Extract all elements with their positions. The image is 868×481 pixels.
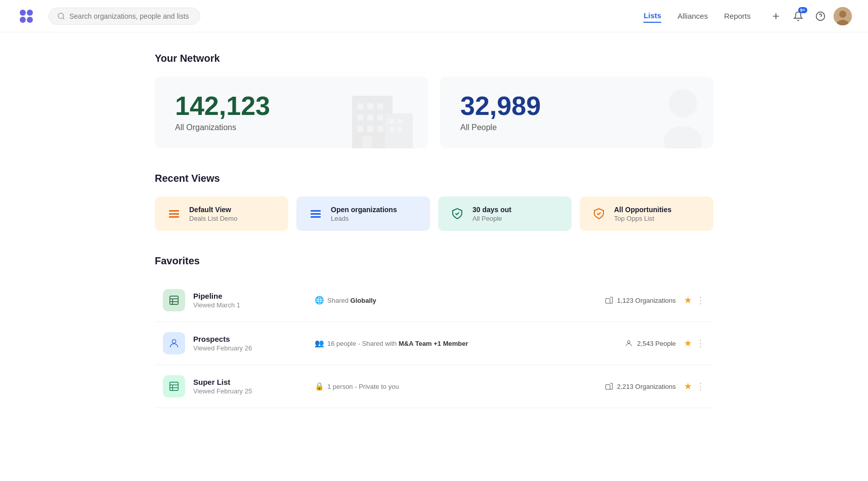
pipeline-name: Pipeline bbox=[193, 292, 294, 300]
svg-point-2 bbox=[20, 17, 26, 23]
org-label: All Organizations bbox=[175, 123, 270, 132]
network-card-org-content: 142,123 All Organizations bbox=[175, 93, 270, 132]
superlist-date: Viewed February 25 bbox=[193, 387, 294, 395]
superlist-actions: ★ ⋮ bbox=[684, 381, 705, 392]
person-icon bbox=[642, 86, 703, 148]
superlist-icon bbox=[163, 375, 185, 397]
org-count-icon bbox=[605, 296, 613, 304]
favorites-section: Favorites Pipeline Viewed March 1 bbox=[155, 255, 713, 408]
superlist-more[interactable]: ⋮ bbox=[696, 381, 705, 392]
svg-point-4 bbox=[58, 13, 64, 19]
svg-rect-14 bbox=[367, 114, 373, 121]
prospects-count-value: 2,543 People bbox=[637, 340, 676, 347]
recent-views-title: Recent Views bbox=[155, 173, 713, 184]
svg-rect-37 bbox=[605, 299, 610, 303]
svg-point-39 bbox=[628, 341, 630, 343]
person-count-icon bbox=[625, 339, 633, 347]
svg-rect-15 bbox=[377, 114, 383, 121]
user-avatar[interactable] bbox=[834, 7, 852, 25]
recent-card-3-icon bbox=[590, 205, 608, 223]
svg-point-3 bbox=[27, 17, 33, 23]
main-content: Your Network 142,123 All Organizations bbox=[131, 32, 737, 428]
network-card-people-content: 32,989 All People bbox=[460, 93, 541, 132]
recent-card-0-title: Default View bbox=[189, 206, 237, 214]
prospects-shared: 👥 16 people - Shared with M&A Team +1 Me… bbox=[294, 339, 593, 348]
recent-card-1[interactable]: Open organizations Leads bbox=[296, 196, 430, 231]
search-bar[interactable] bbox=[49, 8, 200, 25]
superlist-star[interactable]: ★ bbox=[684, 381, 692, 392]
recent-card-0-subtitle: Deals List Demo bbox=[189, 215, 237, 222]
prospects-more[interactable]: ⋮ bbox=[696, 338, 705, 349]
network-cards: 142,123 All Organizations bbox=[155, 76, 713, 148]
svg-rect-23 bbox=[389, 127, 394, 132]
svg-rect-18 bbox=[377, 126, 383, 132]
prospects-shared-scope: M&A Team +1 Member bbox=[399, 340, 468, 347]
svg-rect-22 bbox=[398, 119, 402, 124]
prospects-date: Viewed February 26 bbox=[193, 344, 294, 352]
prospects-actions: ★ ⋮ bbox=[684, 338, 705, 349]
svg-rect-40 bbox=[170, 382, 179, 391]
add-button[interactable] bbox=[767, 7, 785, 25]
svg-point-26 bbox=[664, 126, 702, 148]
pipeline-count-value: 1,123 Organizations bbox=[617, 297, 676, 304]
network-card-people[interactable]: 32,989 All People bbox=[440, 76, 713, 148]
pipeline-actions: ★ ⋮ bbox=[684, 295, 705, 306]
nav-reports[interactable]: Reports bbox=[724, 10, 751, 22]
recent-card-1-icon bbox=[307, 205, 325, 223]
plus-icon bbox=[771, 11, 781, 21]
svg-rect-32 bbox=[311, 216, 321, 218]
recent-card-0-text: Default View Deals List Demo bbox=[189, 206, 237, 222]
recent-card-2[interactable]: 30 days out All People bbox=[438, 196, 572, 231]
recent-views-section: Recent Views Default View Deals List Dem… bbox=[155, 173, 713, 231]
nav-lists[interactable]: Lists bbox=[643, 9, 661, 23]
recent-card-3[interactable]: All Opportunities Top Opps List bbox=[580, 196, 713, 231]
superlist-count: 2,213 Organizations bbox=[593, 382, 684, 390]
svg-rect-12 bbox=[377, 103, 383, 109]
favorite-item-prospects[interactable]: Prospects Viewed February 26 👥 16 people… bbox=[155, 322, 713, 365]
svg-rect-24 bbox=[398, 127, 402, 132]
svg-rect-27 bbox=[169, 210, 179, 212]
recent-card-3-title: All Opportunities bbox=[614, 206, 672, 214]
svg-rect-19 bbox=[362, 136, 372, 148]
superlist-name: Super List bbox=[193, 378, 294, 386]
help-button[interactable] bbox=[811, 7, 830, 25]
recent-card-0[interactable]: Default View Deals List Demo bbox=[155, 196, 288, 231]
favorite-item-superlist[interactable]: Super List Viewed February 25 🔒 1 person… bbox=[155, 365, 713, 408]
recent-card-3-subtitle: Top Opps List bbox=[614, 215, 672, 222]
main-nav: Lists Alliances Reports bbox=[643, 9, 751, 23]
svg-rect-17 bbox=[367, 126, 373, 132]
prospects-info: Prospects Viewed February 26 bbox=[193, 335, 294, 352]
app-logo[interactable] bbox=[16, 6, 36, 26]
pipeline-star[interactable]: ★ bbox=[684, 295, 692, 306]
svg-rect-30 bbox=[311, 210, 321, 212]
prospects-star[interactable]: ★ bbox=[684, 338, 692, 349]
favorite-item-pipeline[interactable]: Pipeline Viewed March 1 🌐 Shared Globall… bbox=[155, 279, 713, 322]
pipeline-more[interactable]: ⋮ bbox=[696, 295, 705, 306]
svg-point-25 bbox=[669, 89, 697, 117]
prospects-shared-text: 16 people - Shared with M&A Team +1 Memb… bbox=[327, 340, 468, 347]
building-icon bbox=[347, 86, 418, 148]
recent-card-2-subtitle: All People bbox=[472, 215, 511, 222]
svg-rect-31 bbox=[311, 213, 321, 215]
header-actions: 9+ bbox=[767, 7, 852, 25]
svg-rect-10 bbox=[357, 103, 363, 109]
svg-rect-11 bbox=[367, 103, 373, 109]
search-input[interactable] bbox=[69, 12, 192, 20]
notifications-button[interactable]: 9+ bbox=[789, 7, 807, 25]
nav-alliances[interactable]: Alliances bbox=[677, 10, 708, 22]
people-count: 32,989 bbox=[460, 93, 541, 119]
svg-rect-16 bbox=[357, 126, 363, 132]
recent-card-1-text: Open organizations Leads bbox=[331, 206, 397, 222]
header: Lists Alliances Reports 9+ bbox=[0, 0, 868, 32]
users-icon-prospects: 👥 bbox=[315, 339, 324, 348]
question-icon bbox=[815, 11, 826, 21]
svg-rect-21 bbox=[389, 119, 394, 124]
favorites-title: Favorites bbox=[155, 255, 713, 267]
favorites-list: Pipeline Viewed March 1 🌐 Shared Globall… bbox=[155, 279, 713, 408]
pipeline-info: Pipeline Viewed March 1 bbox=[193, 292, 294, 309]
search-icon bbox=[57, 12, 65, 20]
recent-card-0-icon bbox=[165, 205, 183, 223]
svg-rect-44 bbox=[605, 385, 610, 389]
network-card-organizations[interactable]: 142,123 All Organizations bbox=[155, 76, 428, 148]
prospects-count: 2,543 People bbox=[593, 339, 684, 347]
